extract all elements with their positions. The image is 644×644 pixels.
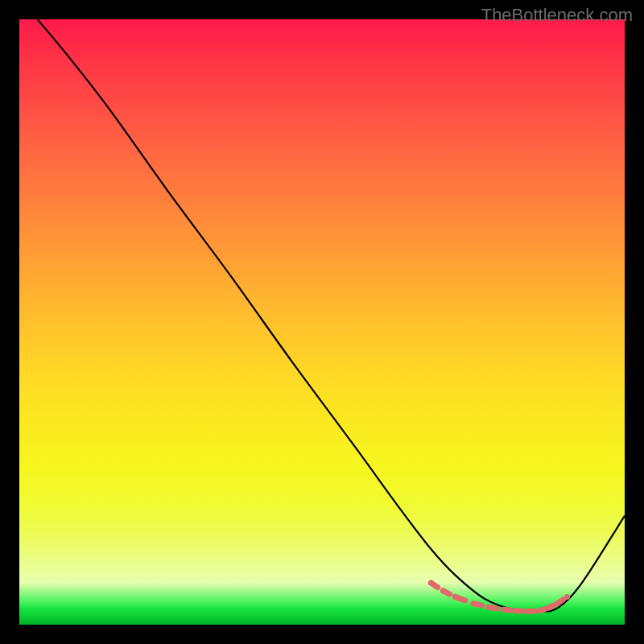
highlight-dot (452, 594, 458, 600)
highlight-dot (501, 607, 506, 613)
highlight-dot (537, 608, 543, 613)
chart-svg (19, 19, 625, 625)
highlight-dot (547, 605, 552, 610)
highlight-dot (440, 588, 446, 593)
highlight-dot (555, 600, 561, 605)
chart-plot-area (19, 19, 625, 625)
highlight-dot (471, 601, 477, 606)
highlight-dot (564, 594, 570, 600)
highlight-dot (485, 605, 491, 610)
highlight-dot (525, 609, 530, 614)
highlight-dot-group (428, 580, 570, 614)
highlight-dot (428, 580, 434, 586)
watermark-text: TheBottleneck.com (481, 5, 633, 26)
main-curve-line (38, 19, 625, 612)
highlight-dot (513, 608, 518, 613)
